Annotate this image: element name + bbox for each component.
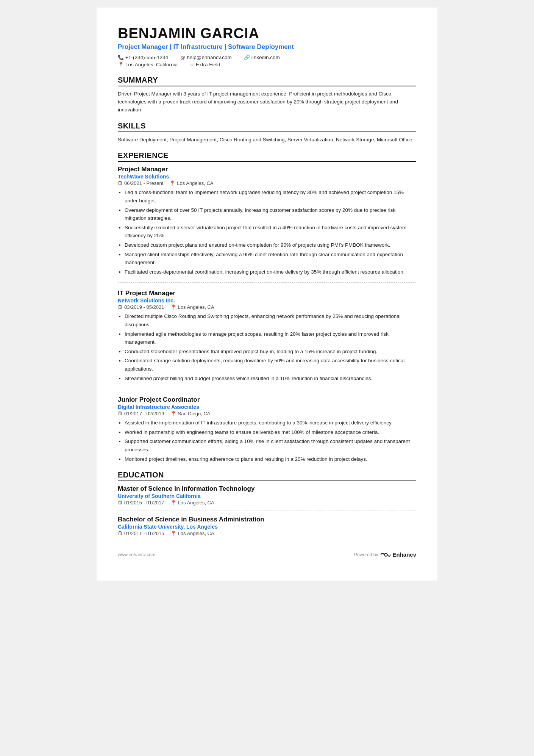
job-2-bullets: Assisted in the implementation of IT inf… xyxy=(118,419,416,463)
calendar-icon-edu-1: 🗓 xyxy=(118,531,123,536)
enhancv-logo-svg xyxy=(380,552,391,558)
linkedin-contact: 🔗 linkedin.com xyxy=(244,55,280,60)
job-1-dates: 🗓 03/2019 - 05/2021 xyxy=(118,304,164,310)
contact-row-2: 📍 Los Angeles, California ☆ Extra Field xyxy=(118,62,416,68)
job-0-dates: 🗓 06/2021 - Present xyxy=(118,180,163,186)
phone-icon: 📞 xyxy=(118,55,124,60)
calendar-icon-0: 🗓 xyxy=(118,180,123,186)
location-contact: 📍 Los Angeles, California xyxy=(118,62,178,67)
list-item: Assisted in the implementation of IT inf… xyxy=(125,419,416,427)
job-0-bullets: Led a cross-functional team to implement… xyxy=(118,188,416,276)
job-2: Junior Project Coordinator Digital Infra… xyxy=(118,396,416,463)
edu-1-location: 📍 Los Angeles, CA xyxy=(170,531,214,536)
list-item: Facilitated cross-departmental coordinat… xyxy=(125,268,416,276)
education-section: EDUCATION Master of Science in Informati… xyxy=(118,471,416,536)
job-2-title: Junior Project Coordinator xyxy=(118,396,416,404)
list-item: Monitored project timelines, ensuring ad… xyxy=(125,455,416,463)
enhancv-logo: Enhancv xyxy=(380,551,416,558)
phone-text: +1-(234)-555-1234 xyxy=(125,55,168,60)
extra-field-text: Extra Field xyxy=(196,62,220,67)
email-contact: @ help@enhancv.com xyxy=(180,55,232,60)
summary-section-title: SUMMARY xyxy=(118,76,416,86)
list-item: Worked in partnership with engineering t… xyxy=(125,428,416,437)
edu-1-meta: 🗓 01/2011 - 01/2015 📍 Los Angeles, CA xyxy=(118,531,416,536)
list-item: Coordinated storage solution deployments… xyxy=(125,357,416,373)
pin-icon-0: 📍 xyxy=(169,180,175,186)
edu-1-dates: 🗓 01/2011 - 01/2015 xyxy=(118,531,164,536)
experience-section-title: EXPERIENCE xyxy=(118,151,416,162)
footer-website: www.enhancv.com xyxy=(118,552,155,557)
list-item: Streamlined project billing and budget p… xyxy=(125,374,416,383)
pin-icon-2: 📍 xyxy=(170,411,176,416)
job-2-location: 📍 San Diego, CA xyxy=(170,411,211,416)
edu-1-degree: Bachelor of Science in Business Administ… xyxy=(118,516,416,523)
extra-field-contact: ☆ Extra Field xyxy=(190,62,220,67)
page-footer: www.enhancv.com Powered by Enhancv xyxy=(118,551,416,558)
edu-0-school: University of Southern California xyxy=(118,493,416,499)
skills-section: SKILLS Software Deployment, Project Mana… xyxy=(118,122,416,144)
list-item: Successfully executed a server virtualiz… xyxy=(125,224,416,240)
edu-0-location: 📍 Los Angeles, CA xyxy=(170,500,214,506)
calendar-icon-1: 🗓 xyxy=(118,304,123,310)
enhancv-brand-text: Enhancv xyxy=(392,551,416,558)
list-item: Developed custom project plans and ensur… xyxy=(125,241,416,249)
location-icon: 📍 xyxy=(118,62,124,67)
location-text: Los Angeles, California xyxy=(125,62,178,67)
linkedin-icon: 🔗 xyxy=(244,55,250,60)
job-1-company: Network Solutions Inc. xyxy=(118,297,416,304)
job-0: Project Manager TechWave Solutions 🗓 06/… xyxy=(118,166,416,283)
email-text: help@enhancv.com xyxy=(187,55,232,60)
summary-section: SUMMARY Driven Project Manager with 3 ye… xyxy=(118,76,416,114)
edu-0: Master of Science in Information Technol… xyxy=(118,485,416,510)
job-2-meta: 🗓 01/2017 - 02/2019 📍 San Diego, CA xyxy=(118,411,416,416)
list-item: Directed multiple Cisco Routing and Swit… xyxy=(125,312,416,329)
job-2-dates: 🗓 01/2017 - 02/2019 xyxy=(118,411,164,416)
pin-icon-edu-0: 📍 xyxy=(170,500,176,506)
edu-0-dates: 🗓 01/2015 - 01/2017 xyxy=(118,500,164,506)
edu-0-degree: Master of Science in Information Technol… xyxy=(118,485,416,493)
list-item: Oversaw deployment of over 50 IT project… xyxy=(125,206,416,222)
email-icon: @ xyxy=(180,55,185,60)
job-1-meta: 🗓 03/2019 - 05/2021 📍 Los Angeles, CA xyxy=(118,304,416,310)
edu-0-meta: 🗓 01/2015 - 01/2017 📍 Los Angeles, CA xyxy=(118,500,416,506)
job-0-location: 📍 Los Angeles, CA xyxy=(169,180,213,186)
contact-row-1: 📞 +1-(234)-555-1234 @ help@enhancv.com 🔗… xyxy=(118,55,416,61)
candidate-title: Project Manager | IT Infrastructure | So… xyxy=(118,43,416,51)
job-0-title: Project Manager xyxy=(118,166,416,173)
powered-by-text: Powered by xyxy=(354,552,378,557)
skills-section-title: SKILLS xyxy=(118,122,416,132)
experience-section: EXPERIENCE Project Manager TechWave Solu… xyxy=(118,151,416,463)
skills-text: Software Deployment, Project Management,… xyxy=(118,136,416,144)
resume-page: BENJAMIN GARCIA Project Manager | IT Inf… xyxy=(97,8,437,581)
pin-icon-edu-1: 📍 xyxy=(170,531,176,536)
job-1-title: IT Project Manager xyxy=(118,290,416,297)
footer-branding: Powered by Enhancv xyxy=(354,551,416,558)
linkedin-text: linkedin.com xyxy=(251,55,280,60)
list-item: Conducted stakeholder presentations that… xyxy=(125,347,416,356)
job-0-company: TechWave Solutions xyxy=(118,174,416,180)
summary-text: Driven Project Manager with 3 years of I… xyxy=(118,90,416,114)
job-1-location: 📍 Los Angeles, CA xyxy=(170,304,214,310)
job-2-company: Digital Infrastructure Associates xyxy=(118,404,416,410)
job-1: IT Project Manager Network Solutions Inc… xyxy=(118,290,416,389)
star-icon: ☆ xyxy=(190,62,194,67)
job-0-meta: 🗓 06/2021 - Present 📍 Los Angeles, CA xyxy=(118,180,416,186)
phone-contact: 📞 +1-(234)-555-1234 xyxy=(118,55,168,60)
list-item: Implemented agile methodologies to manag… xyxy=(125,330,416,346)
edu-1: Bachelor of Science in Business Administ… xyxy=(118,516,416,536)
list-item: Led a cross-functional team to implement… xyxy=(125,188,416,205)
list-item: Supported customer communication efforts… xyxy=(125,437,416,454)
candidate-name: BENJAMIN GARCIA xyxy=(118,26,416,42)
education-section-title: EDUCATION xyxy=(118,471,416,481)
header: BENJAMIN GARCIA Project Manager | IT Inf… xyxy=(118,26,416,68)
list-item: Managed client relationships effectively… xyxy=(125,250,416,267)
pin-icon-1: 📍 xyxy=(170,304,176,310)
edu-1-school: California State University, Los Angeles xyxy=(118,524,416,530)
calendar-icon-edu-0: 🗓 xyxy=(118,500,123,506)
calendar-icon-2: 🗓 xyxy=(118,411,123,416)
job-1-bullets: Directed multiple Cisco Routing and Swit… xyxy=(118,312,416,382)
